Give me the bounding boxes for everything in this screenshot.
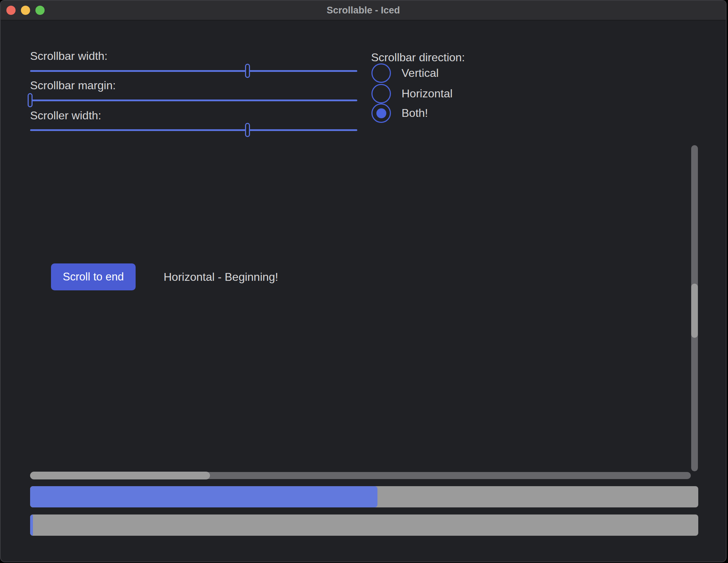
horizontal-scrollbar-thumb[interactable]	[30, 472, 210, 479]
radio-selected-dot	[376, 108, 386, 118]
radio-label: Horizontal	[402, 87, 453, 100]
scroller-width-label: Scroller width:	[30, 109, 101, 122]
slider-handle[interactable]	[245, 64, 250, 78]
titlebar: Scrollable - Iced	[1, 1, 726, 21]
scrollbar-margin-slider[interactable]	[30, 93, 357, 107]
radio-option-both[interactable]: Both!	[371, 103, 428, 123]
slider-track[interactable]	[30, 129, 357, 131]
progress-fill	[30, 486, 377, 507]
slider-track[interactable]	[30, 99, 357, 101]
app-window: Scrollable - Iced Scrollbar width: Scrol…	[0, 0, 727, 562]
horizontal-progress-bar	[30, 486, 698, 507]
radio-label: Vertical	[402, 67, 439, 80]
screenshot-root: Scrollable - Iced Scrollbar width: Scrol…	[0, 0, 728, 563]
slider-handle[interactable]	[28, 93, 33, 107]
radio-circle[interactable]	[371, 84, 391, 103]
scroller-width-slider[interactable]	[30, 123, 357, 137]
horizontal-scrollbar-track[interactable]	[30, 472, 691, 479]
scrollbar-width-label: Scrollbar width:	[30, 50, 108, 63]
window-title: Scrollable - Iced	[1, 1, 726, 20]
radio-label: Both!	[402, 107, 428, 120]
vertical-progress-bar	[30, 514, 698, 536]
scrollbar-direction-label: Scrollbar direction:	[371, 51, 465, 64]
slider-handle[interactable]	[245, 123, 250, 137]
radio-circle[interactable]	[371, 63, 391, 83]
slider-track[interactable]	[30, 70, 357, 72]
vertical-scrollbar-thumb[interactable]	[691, 284, 698, 338]
radio-option-vertical[interactable]: Vertical	[371, 63, 439, 83]
button-label: Scroll to end	[63, 271, 124, 283]
radio-option-horizontal[interactable]: Horizontal	[371, 84, 453, 103]
scrollbar-margin-label: Scrollbar margin:	[30, 79, 116, 92]
progress-fill	[30, 514, 33, 536]
scroll-status-text: Horizontal - Beginning!	[164, 263, 278, 290]
scroll-to-end-button[interactable]: Scroll to end	[51, 263, 136, 290]
radio-circle[interactable]	[371, 103, 391, 123]
scrollbar-width-slider[interactable]	[30, 64, 357, 78]
vertical-scrollbar-track[interactable]	[691, 145, 698, 471]
